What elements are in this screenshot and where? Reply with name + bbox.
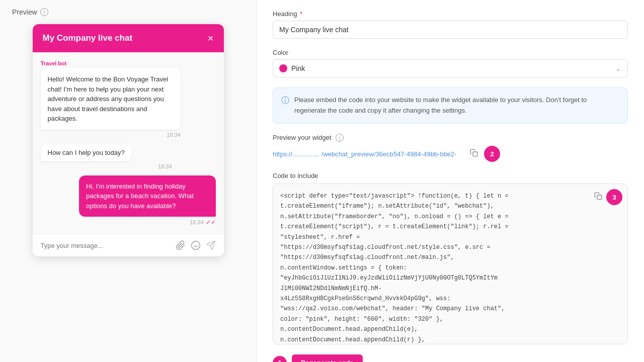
preview-badge[interactable]: 2 [484, 146, 500, 162]
color-swatch [279, 64, 287, 72]
chat-widget-preview: My Company live chat × Travel bot Hello!… [33, 24, 224, 256]
info-box: ⓘ Please embed the code into your websit… [273, 87, 628, 124]
chat-header: My Company live chat × [33, 24, 224, 52]
info-circle-icon: ⓘ [281, 96, 289, 116]
code-badge: 3 [606, 189, 622, 205]
heading-form-group: Heading * [273, 10, 628, 39]
chevron-down-icon: ⌄ [615, 64, 621, 72]
attachment-icon[interactable] [176, 240, 186, 250]
required-star: * [300, 10, 302, 18]
svg-point-0 [191, 241, 200, 250]
code-actions: 3 [592, 189, 622, 205]
info-box-text: Please embed the code into your website … [294, 95, 619, 116]
preview-info-icon[interactable]: i [40, 8, 48, 16]
code-to-include-group: Code to include <script defer type="text… [273, 172, 628, 344]
double-check-icon: ✓✓ [206, 219, 216, 226]
send-icon[interactable] [206, 240, 216, 250]
code-section-label: Code to include [273, 172, 628, 179]
code-block: <script defer type="text/javascript"> !f… [280, 191, 602, 344]
chat-input[interactable] [41, 242, 172, 249]
color-dropdown[interactable]: Pink ⌄ [273, 59, 628, 77]
bot-label: Travel bot [41, 60, 67, 66]
system-bubble: How can I help you today? [41, 144, 132, 161]
right-panel: Heading * Color Pink ⌄ ⓘ Please embed th… [257, 0, 644, 362]
preview-widget-label: Preview your widget i [273, 134, 628, 142]
chat-close-button[interactable]: × [208, 33, 214, 43]
heading-label: Heading * [273, 10, 628, 18]
chat-input-icons [176, 240, 216, 250]
chat-input-area [33, 234, 224, 256]
color-form-group: Color Pink ⌄ [273, 49, 628, 77]
emoji-icon[interactable] [191, 240, 201, 250]
preview-widget-group: Preview your widget i https://..........… [273, 134, 628, 162]
regenerate-button[interactable]: Regenerate code [292, 354, 363, 362]
widget-url-row: https://............... /webchat_preview… [273, 146, 628, 162]
code-block-container: <script defer type="text/javascript"> !f… [273, 184, 628, 344]
chat-messages: Travel bot Hello! Welcome to the Bon Voy… [33, 52, 224, 234]
system-message: How can I help you today? 18:34 [41, 144, 172, 169]
user-message-time: 18:34 ✓✓ [190, 219, 216, 226]
bot-message-time: 18:34 [41, 132, 181, 138]
user-bubble: Hi, I'm interested in finding holiday pa… [79, 175, 215, 217]
chat-title: My Company live chat [43, 33, 133, 43]
color-value: Pink [291, 64, 305, 72]
bot-message-container: Travel bot Hello! Welcome to the Bon Voy… [41, 60, 181, 138]
system-message-time: 18:34 [41, 163, 172, 169]
widget-url-link[interactable]: https://............... /webchat_preview… [273, 150, 464, 158]
svg-rect-6 [597, 195, 602, 200]
bot-bubble: Hello! Welcome to the Bon Voyage Travel … [41, 68, 181, 130]
preview-widget-info-icon[interactable]: i [336, 134, 344, 142]
svg-rect-5 [473, 152, 477, 156]
copy-code-button[interactable] [592, 190, 604, 204]
regenerate-row: 1 Regenerate code [273, 354, 628, 362]
copy-url-button[interactable] [468, 147, 480, 161]
step-badge: 1 [273, 356, 287, 362]
user-message-container: Hi, I'm interested in finding holiday pa… [79, 175, 215, 226]
preview-label: Preview [12, 8, 37, 16]
color-label: Color [273, 49, 628, 56]
heading-input[interactable] [273, 21, 628, 39]
